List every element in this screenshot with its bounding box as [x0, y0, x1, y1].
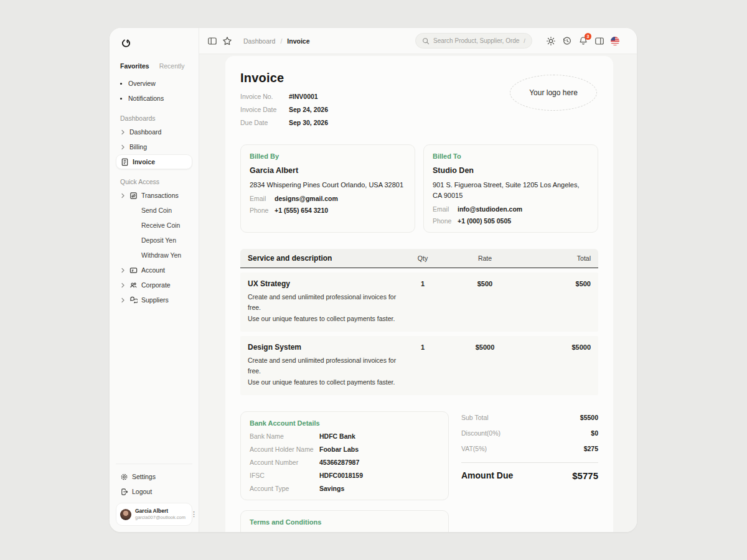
sidebar-item-overview[interactable]: Overview [116, 76, 192, 91]
billed-by-address: 2834 Whispering Pines Court Orlando, USA… [250, 180, 405, 190]
sidebar-item-label: Receive Coin [141, 222, 180, 229]
sidebar-item-account[interactable]: Account [116, 263, 192, 278]
billed-to-email-row: Email info@studioden.com [433, 205, 589, 213]
qty-cell: 1 [398, 343, 448, 388]
history-button[interactable] [562, 36, 572, 46]
breadcrumb: Dashboard / Invoice [243, 37, 309, 45]
brand-logo-icon [120, 38, 132, 50]
rate-cell: $500 [448, 279, 522, 324]
search-input[interactable] [433, 37, 520, 44]
history-icon [562, 36, 572, 46]
sidebar-item-deposit-yen[interactable]: Deposit Yen [116, 233, 192, 248]
email-label: Email [250, 195, 275, 202]
chevron-right-icon [120, 297, 126, 303]
field-label: Invoice Date [240, 106, 289, 113]
terms-heading: Terms and Conditions [250, 518, 439, 526]
sidebar-item-label: Logout [132, 488, 152, 495]
sidebar-item-label: Withdraw Yen [141, 251, 181, 259]
field-label: Invoice No. [240, 93, 289, 100]
topbar-icons: 3 [546, 36, 619, 46]
service-name: UX Strategy [248, 279, 398, 288]
sidebar-item-logout[interactable]: Logout [116, 484, 192, 499]
sidebar-item-transactions[interactable]: Transactions [116, 188, 192, 203]
theme-toggle-button[interactable] [546, 36, 556, 46]
user-email: garcia007@outlook.com [135, 515, 186, 521]
billed-to-phone: +1 (000) 505 0505 [458, 217, 511, 225]
logo-upload-placeholder[interactable]: Your logo here [510, 75, 597, 111]
transactions-icon [129, 192, 138, 200]
invoice-date-value: Sep 24, 2026 [289, 106, 328, 113]
sidebar-item-notifications[interactable]: Notifications [116, 91, 192, 106]
rate-cell: $5000 [448, 343, 522, 388]
sidebar-item-label: Billing [129, 143, 147, 151]
content-area: Invoice Invoice No. #INV0001 Invoice Dat… [199, 54, 637, 532]
amount-due-value: $5775 [572, 470, 598, 481]
phone-label: Phone [433, 217, 458, 225]
tab-recently[interactable]: Recently [159, 62, 185, 70]
sidebar-item-label: Deposit Yen [141, 236, 176, 244]
due-date-value: Sep 30, 2026 [289, 119, 328, 126]
billed-by-name: Garcia Albert [250, 166, 406, 175]
search-bar[interactable]: / [415, 33, 532, 49]
favorite-star-icon[interactable] [222, 36, 232, 46]
bank-details-card: Bank Account Details Bank Name HDFC Bank… [240, 411, 449, 500]
phone-label: Phone [250, 207, 275, 214]
kebab-menu-icon[interactable]: ⋮ [189, 510, 199, 519]
user-profile-card[interactable]: Garcia Albert garcia007@outlook.com ⋮ [116, 503, 192, 526]
breadcrumb-dashboard[interactable]: Dashboard [243, 37, 275, 45]
gear-icon [120, 473, 128, 481]
total-cell: $500 [522, 279, 591, 324]
notification-badge: 3 [585, 33, 591, 40]
column-header-qty: Qty [398, 254, 448, 262]
sidebar-item-receive-coin[interactable]: Receive Coin [116, 218, 192, 233]
topbar: Dashboard / Invoice / [199, 28, 637, 54]
sidebar-item-invoice[interactable]: Invoice [116, 154, 192, 169]
billed-by-phone-row: Phone +1 (555) 654 3210 [250, 207, 406, 214]
sidebar-toggle-icon[interactable] [207, 36, 217, 46]
sidebar-item-label: Transactions [141, 192, 179, 199]
sidebar-item-label: Notifications [128, 95, 164, 102]
brand-logo[interactable] [116, 37, 192, 52]
breadcrumb-invoice: Invoice [287, 37, 309, 45]
qty-cell: 1 [398, 279, 448, 324]
invoice-document: Invoice Invoice No. #INV0001 Invoice Dat… [225, 56, 613, 532]
account-type-row: Account Type Savings [250, 485, 439, 492]
sidebar-item-send-coin[interactable]: Send Coin [116, 203, 192, 218]
service-description: Create and send unlimited professional i… [248, 292, 398, 324]
breadcrumb-separator: / [280, 37, 282, 45]
column-header-service: Service and description [248, 254, 398, 263]
user-name: Garcia Albert [135, 508, 186, 515]
search-icon [422, 37, 430, 45]
email-label: Email [433, 205, 458, 213]
sidebar-item-dashboard[interactable]: Dashboard [116, 124, 192, 139]
sidebar-item-label: Dashboard [129, 128, 161, 136]
invoice-header: Invoice Invoice No. #INV0001 Invoice Dat… [240, 71, 598, 132]
vat-row: VAT(5%) $275 [461, 445, 598, 452]
suppliers-icon [129, 296, 138, 304]
sidebar-item-label: Suppliers [141, 296, 169, 304]
bank-details-heading: Bank Account Details [250, 419, 439, 427]
due-date-row: Due Date Sep 30, 2026 [240, 119, 328, 126]
amount-due-row: Amount Due $5775 [461, 470, 598, 481]
sidebar-item-settings[interactable]: Settings [116, 469, 192, 484]
account-card-icon [129, 266, 138, 274]
sidebar: Favorites Recently Overview Notification… [110, 28, 199, 532]
sidebar-item-label: Corporate [141, 281, 171, 289]
notifications-button[interactable]: 3 [578, 36, 588, 46]
table-header-row: Service and description Qty Rate Total [240, 249, 598, 268]
tab-favorites[interactable]: Favorites [120, 62, 149, 70]
sidebar-item-suppliers[interactable]: Suppliers [116, 292, 192, 307]
billed-by-phone: +1 (555) 654 3210 [275, 207, 328, 214]
totals-summary: Sub Total $5500 Discount(0%) $0 VAT(5%) … [461, 411, 598, 481]
billed-to-phone-row: Phone +1 (000) 505 0505 [433, 217, 589, 225]
invoice-number-row: Invoice No. #INV0001 [240, 93, 328, 100]
panel-button[interactable] [594, 36, 604, 46]
service-name: Design System [248, 343, 398, 352]
language-flag-us[interactable] [611, 37, 619, 45]
sidebar-item-withdraw-yen[interactable]: Withdraw Yen [116, 248, 192, 263]
sidebar-item-label: Overview [128, 80, 156, 87]
sidebar-item-corporate[interactable]: Corporate [116, 278, 192, 292]
billed-to-card: Billed To Studio Den 901 S. Figueroa Str… [423, 144, 598, 233]
chevron-right-icon [120, 193, 126, 198]
sidebar-item-billing[interactable]: Billing [116, 139, 192, 154]
